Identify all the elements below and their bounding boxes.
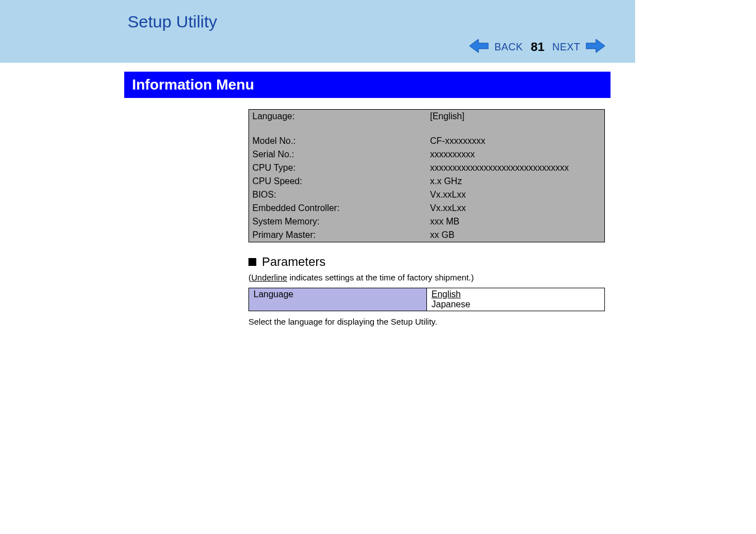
table-row: Model No.: CF-xxxxxxxxx bbox=[249, 134, 605, 148]
info-label: Language: bbox=[249, 110, 427, 124]
page-title: Setup Utility bbox=[128, 12, 217, 31]
param-default: English bbox=[431, 289, 461, 299]
info-label: Primary Master: bbox=[249, 228, 427, 242]
info-label: System Memory: bbox=[249, 215, 427, 228]
param-values: English Japanese bbox=[427, 288, 605, 311]
parameters-table: Language English Japanese bbox=[248, 288, 605, 311]
param-other: Japanese bbox=[431, 299, 470, 309]
square-bullet-icon bbox=[248, 258, 256, 266]
info-label: Serial No.: bbox=[249, 148, 427, 161]
section-banner: Information Menu bbox=[124, 72, 611, 98]
table-row: Embedded Controller: Vx.xxLxx bbox=[249, 202, 605, 215]
next-link[interactable]: NEXT bbox=[552, 41, 580, 53]
info-value: xxxxxxxxxx bbox=[427, 148, 605, 161]
info-value: CF-xxxxxxxxx bbox=[427, 134, 605, 148]
note-underline: Underline bbox=[251, 273, 287, 282]
table-row: BIOS: Vx.xxLxx bbox=[249, 188, 605, 202]
table-row: CPU Type: xxxxxxxxxxxxxxxxxxxxxxxxxxxxxx… bbox=[249, 161, 605, 175]
info-label: Model No.: bbox=[249, 134, 427, 148]
info-table: Language: [English] Model No.: CF-xxxxxx… bbox=[248, 109, 605, 242]
parameters-heading: Parameters bbox=[248, 255, 605, 269]
info-value: xxx MB bbox=[427, 215, 605, 228]
page-container: Setup Utility BACK 81 NEXT Information M… bbox=[0, 0, 635, 349]
info-value: Vx.xxLxx bbox=[427, 202, 605, 215]
info-value: Vx.xxLxx bbox=[427, 188, 605, 202]
table-row: CPU Speed: x.x GHz bbox=[249, 175, 605, 188]
table-row: Language English Japanese bbox=[249, 288, 605, 311]
parameters-note: (Underline indicates settings at the tim… bbox=[248, 273, 605, 282]
back-arrow-icon[interactable] bbox=[469, 39, 489, 55]
svg-marker-0 bbox=[469, 39, 489, 53]
info-value: [English] bbox=[427, 110, 605, 124]
info-label: CPU Type: bbox=[249, 161, 427, 175]
table-row: Language: [English] bbox=[249, 110, 605, 124]
param-name: Language bbox=[249, 288, 427, 311]
info-value: xxxxxxxxxxxxxxxxxxxxxxxxxxxxxxx bbox=[427, 161, 605, 175]
info-label: BIOS: bbox=[249, 188, 427, 202]
info-value: xx GB bbox=[427, 228, 605, 242]
table-row: System Memory: xxx MB bbox=[249, 215, 605, 228]
table-row: Primary Master: xx GB bbox=[249, 228, 605, 242]
header: Setup Utility BACK 81 NEXT bbox=[0, 0, 635, 63]
table-row: Serial No.: xxxxxxxxxx bbox=[249, 148, 605, 161]
info-label: CPU Speed: bbox=[249, 175, 427, 188]
content-area: Language: [English] Model No.: CF-xxxxxx… bbox=[248, 109, 605, 326]
parameters-description: Select the language for displaying the S… bbox=[248, 317, 605, 326]
nav-bar: BACK 81 NEXT bbox=[469, 39, 605, 55]
info-value: x.x GHz bbox=[427, 175, 605, 188]
svg-marker-1 bbox=[586, 39, 605, 53]
next-arrow-icon[interactable] bbox=[586, 39, 605, 55]
note-suffix: indicates settings at the time of factor… bbox=[287, 273, 474, 282]
page-number: 81 bbox=[531, 40, 544, 54]
info-label: Embedded Controller: bbox=[249, 202, 427, 215]
parameters-heading-text: Parameters bbox=[262, 255, 326, 269]
back-link[interactable]: BACK bbox=[494, 41, 523, 53]
